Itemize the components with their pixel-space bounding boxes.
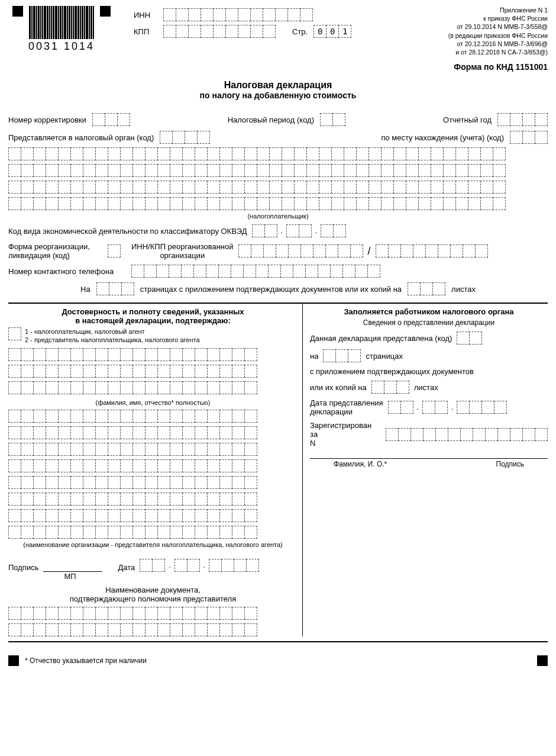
location-input[interactable]: [510, 131, 548, 144]
corner-marker: [537, 655, 548, 666]
submitted-to-label: Представляется в налоговый орган (код): [8, 133, 154, 142]
right-column: Заполняется работником налогового органа…: [303, 304, 548, 636]
corner-marker: [8, 655, 19, 666]
reg-n-label: Зарегистрирован за N: [310, 421, 381, 448]
signature-labels: Фамилия, И. О.* Подпись: [310, 460, 548, 468]
pages2-label: страницах: [366, 352, 403, 361]
org-rows[interactable]: [8, 410, 298, 539]
attach-sheets-input[interactable]: [408, 282, 445, 295]
date-input[interactable]: . .: [140, 559, 259, 572]
on-label: На: [80, 285, 90, 294]
taxpayer-name-rows[interactable]: [8, 147, 548, 210]
decl-submitted-label: Данная декларация представлена (код): [310, 334, 452, 343]
doc-name-label: Наименование документа, подтверждающего …: [8, 586, 298, 603]
tax-authority-input[interactable]: [160, 131, 210, 144]
signer-type-note: 1 - налогоплательщик, налоговый агент 2 …: [25, 327, 200, 345]
inn-kpp-block: ИНН КПП Стр. 001: [134, 8, 351, 41]
pages-input[interactable]: [96, 282, 134, 295]
signature-label: Подпись: [8, 563, 38, 572]
signature-line[interactable]: [43, 562, 102, 572]
page-label: Стр.: [292, 27, 308, 36]
submit-date-input[interactable]: . .: [388, 401, 507, 414]
on2-label: на: [310, 352, 318, 361]
annex-text: Приложение N 1 к приказу ФНС России от 2…: [448, 6, 548, 56]
corner-marker: [100, 6, 111, 17]
pages-attach-label: страницах с приложением подтверждающих д…: [140, 285, 402, 294]
submit-date-label: Дата представления декларации: [310, 398, 383, 416]
form-code: Форма по КНД 1151001: [8, 62, 548, 72]
reg-n-input[interactable]: [386, 428, 548, 441]
mp-label: МП: [0, 572, 298, 581]
barcode-number: 0031 1014: [28, 40, 95, 53]
header-area: 0031 1014 ИНН КПП Стр. 001 Приложение N …: [8, 6, 548, 56]
copies-on-label: или их копий на: [310, 383, 367, 392]
reorg-inn-input[interactable]: [238, 245, 363, 258]
tax-period-label: Налоговый период (код): [228, 115, 314, 124]
okved-label: Код вида экономической деятельности по к…: [8, 227, 247, 236]
sheets-label: листах: [451, 285, 476, 294]
left-heading: Достоверность и полноту сведений, указан…: [8, 307, 298, 325]
kpp-input[interactable]: [163, 25, 276, 38]
reorg-inn-kpp-label: ИНН/КПП реорганизованной организации: [131, 242, 234, 260]
phone-label: Номер контактного телефона: [8, 267, 127, 276]
doc-rows[interactable]: [8, 607, 298, 636]
page-number: 001: [313, 25, 351, 38]
phone-input[interactable]: [131, 265, 380, 278]
reorg-form-label: Форма реорганизации, ликвидация (код): [8, 242, 103, 260]
attach2-label: с приложением подтверждающих документов: [310, 367, 548, 376]
correction-label: Номер корректировки: [8, 115, 86, 124]
footnote: * Отчество указывается при наличии: [25, 657, 147, 665]
tax-period-input[interactable]: [320, 113, 345, 126]
barcode-block: 0031 1014: [8, 6, 115, 53]
barcode-icon: [29, 6, 94, 39]
by-location-label: по месту нахождения (учета) (код): [381, 133, 504, 142]
inn-label: ИНН: [134, 11, 157, 20]
okved-input[interactable]: . .: [252, 224, 347, 237]
signer-type-input[interactable]: [8, 327, 21, 340]
report-year-input[interactable]: [497, 113, 548, 126]
reorg-kpp-input[interactable]: [376, 245, 488, 258]
signature-line: [310, 458, 548, 459]
org-caption: (наименование организации - представител…: [8, 541, 298, 548]
right-sub: Сведения о представлении декларации: [310, 319, 548, 327]
date-label: Дата: [118, 563, 135, 572]
correction-input[interactable]: [92, 113, 130, 126]
right-heading: Заполняется работником налогового органа: [310, 307, 548, 316]
kpp-label: КПП: [134, 27, 157, 36]
decl-submitted-input[interactable]: [457, 332, 482, 345]
taxpayer-caption: (налогоплательщик): [8, 213, 548, 220]
corner-marker: [12, 6, 23, 17]
inn-input[interactable]: [163, 8, 313, 21]
pages2-input[interactable]: [323, 349, 361, 362]
fio-caption: (фамилия, имя, отчество* полностью): [8, 399, 298, 406]
report-year-label: Отчетный год: [443, 115, 492, 124]
reorg-form-input[interactable]: [108, 245, 121, 258]
copies-sheets-input[interactable]: [371, 381, 409, 394]
left-column: Достоверность и полноту сведений, указан…: [8, 304, 303, 636]
fio-rows[interactable]: [8, 348, 298, 394]
sheets2-label: листах: [414, 383, 438, 392]
document-title: Налоговая декларация по налогу на добавл…: [8, 80, 548, 100]
